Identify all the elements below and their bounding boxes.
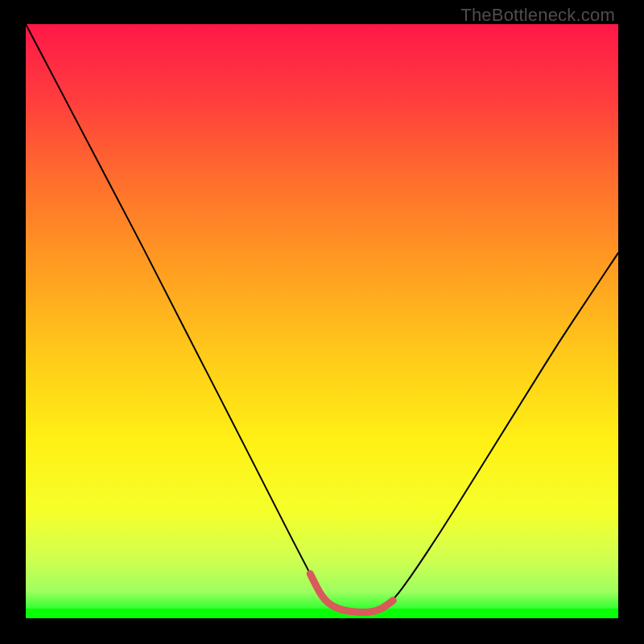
watermark-label: TheBottleneck.com bbox=[460, 5, 615, 26]
plot-area bbox=[26, 24, 618, 618]
chart-svg bbox=[26, 24, 618, 618]
chart-frame: TheBottleneck.com bbox=[0, 0, 644, 644]
baseline-band bbox=[26, 609, 618, 618]
gradient-background bbox=[26, 24, 618, 618]
